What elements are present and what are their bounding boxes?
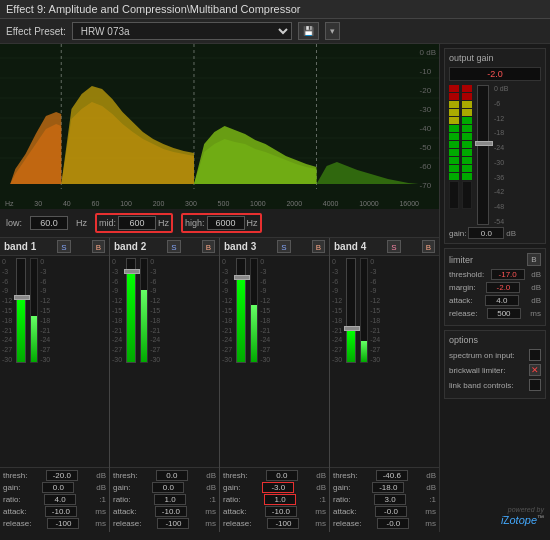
main-area: 0 dB -10 -20 -30 -40 -50 -60 -70 Hz 30 4… [0,44,550,532]
gain-label: gain: [449,229,466,238]
band-3-s-btn[interactable]: S [277,240,290,253]
output-gain-display: -2.0 [449,67,541,81]
output-controls: 0 dB -6 -12 -18 -24 -30 -36 -42 -48 -54 [449,85,541,225]
band-1-gain-meter [30,258,38,363]
band-4-thresh[interactable] [376,470,408,481]
band-1-b-btn[interactable]: B [92,240,105,253]
spectrum-on-input-checkbox[interactable] [529,349,541,361]
limiter-margin-input[interactable] [486,282,520,293]
band-4-attack[interactable] [375,506,407,517]
limiter-thresh-label: threshold: [449,270,484,279]
limiter-attack-unit: dB [531,296,541,305]
band-4-release[interactable] [377,518,409,529]
band-4-ratio[interactable] [374,494,406,505]
output-gain-section: output gain -2.0 [444,48,546,244]
output-fader-handle[interactable] [475,141,493,146]
preset-bar: Effect Preset: HRW 073a 💾 ▾ [0,19,550,44]
band-4-fader-handle[interactable] [344,326,360,331]
crossover-low-input[interactable] [30,216,68,230]
band-2-thresh[interactable] [156,470,188,481]
band-2-controls: 0-3-6-9-12-15-18-21-24-27-30 0-3-6-9-12-… [110,256,219,467]
band-2-ratio[interactable] [154,494,186,505]
band-3-release[interactable] [267,518,299,529]
band-4-db-scale: 0-3-6-9-12-15-18-21-24-27-30 [332,258,342,363]
band-4-panel: band 4 S B 0-3-6-9-12-15-18-21-24-27-30 [330,238,439,532]
crossover-mid-input[interactable] [118,216,156,230]
left-panel: 0 dB -10 -20 -30 -40 -50 -60 -70 Hz 30 4… [0,44,440,532]
band-1-ratio[interactable] [44,494,76,505]
crossover-low-label: low: [6,218,22,228]
band-1-gain[interactable] [42,482,74,493]
brickwall-limiter-checkbox[interactable]: ✕ [529,364,541,376]
band-2-b-btn[interactable]: B [202,240,215,253]
band-1-header: band 1 S B [0,238,109,256]
band-2-attack[interactable] [155,506,187,517]
output-gain-input[interactable] [468,227,504,239]
band-1-db-scale: 0-3-6-9-12-15-18-21-24-27-30 [2,258,12,363]
band-3-fader-handle[interactable] [234,275,250,280]
limiter-release-label: release: [449,309,477,318]
band-3-header: band 3 S B [220,238,329,256]
band-2-fader[interactable] [126,258,136,363]
limiter-attack-input[interactable] [485,295,519,306]
band-2-gain[interactable] [152,482,184,493]
crossover-mid-label: mid: [99,218,116,228]
band-3-gain[interactable] [262,482,294,493]
spectrum-display: 0 dB -10 -20 -30 -40 -50 -60 -70 Hz 30 4… [0,44,440,209]
band-3-b-btn[interactable]: B [312,240,325,253]
band-1-db-scale-right: 0-3-6-9-12-15-18-21-24-27-30 [40,258,50,363]
band-4-params: thresh: dB gain: dB ratio: :1 attack: ms… [330,467,439,532]
band-3-thresh[interactable] [266,470,298,481]
band-4-header: band 4 S B [330,238,439,256]
band-3-fader[interactable] [236,258,246,363]
limiter-margin-label: margin: [449,283,476,292]
band-1-title: band 1 [4,241,36,252]
band-3-db-scale: 0-3-6-9-12-15-18-21-24-27-30 [222,258,232,363]
preset-label: Effect Preset: [6,26,66,37]
band-2-panel: band 2 S B 0-3-6-9-12-15-18-21-24-27-30 [110,238,220,532]
band-2-header: band 2 S B [110,238,219,256]
band-1-release[interactable] [47,518,79,529]
band-3-ratio[interactable] [264,494,296,505]
band-4-gain[interactable] [372,482,404,493]
band-2-fader-handle[interactable] [124,269,140,274]
band-1-controls: 0-3-6-9-12-15-18-21-24-27-30 0-3-6-9-12-… [0,256,109,467]
title-bar: Effect 9: Amplitude and Compression\Mult… [0,0,550,19]
band-4-b-btn[interactable]: B [422,240,435,253]
preset-save-btn[interactable]: 💾 [298,22,319,40]
limiter-b-btn[interactable]: B [527,253,541,266]
crossover-high-unit: Hz [247,218,258,228]
band-4-title: band 4 [334,241,366,252]
limiter-thresh-unit: dB [531,270,541,279]
band-2-params: thresh: dB gain: dB ratio: :1 attack: ms… [110,467,219,532]
preset-menu-btn[interactable]: ▾ [325,22,340,40]
crossover-high-input[interactable] [207,216,245,230]
output-meter-right [462,85,472,225]
band-2-db-scale: 0-3-6-9-12-15-18-21-24-27-30 [112,258,122,363]
band-2-release[interactable] [157,518,189,529]
freq-axis: Hz 30 40 60 100 200 300 500 1000 2000 40… [5,200,419,207]
output-meter-left [449,85,459,225]
output-fader[interactable] [477,85,489,225]
limiter-thresh-input[interactable] [491,269,525,280]
band-4-fader[interactable] [346,258,356,363]
band-1-thresh[interactable] [46,470,78,481]
band-4-s-btn[interactable]: S [387,240,400,253]
band-3-attack[interactable] [265,506,297,517]
right-sidebar: output gain -2.0 [440,44,550,532]
band-1-fader[interactable] [16,258,26,363]
band-2-s-btn[interactable]: S [167,240,180,253]
band-2-title: band 2 [114,241,146,252]
band-1-fader-handle[interactable] [14,295,30,300]
izotope-logo: powered by iZotope™ [444,503,546,528]
izotope-powered-by: powered by [508,506,544,513]
preset-select[interactable]: HRW 073a [72,22,292,40]
limiter-release-input[interactable] [487,308,521,319]
band-3-params: thresh: dB gain: dB ratio: :1 attack: ms… [220,467,329,532]
link-band-controls-checkbox[interactable] [529,379,541,391]
band-3-title: band 3 [224,241,256,252]
band-1-s-btn[interactable]: S [57,240,70,253]
limiter-title: limiter [449,255,473,265]
bands-area: band 1 S B 0-3-6-9-12-15-18-21-24-27-30 [0,238,440,532]
band-1-attack[interactable] [45,506,77,517]
